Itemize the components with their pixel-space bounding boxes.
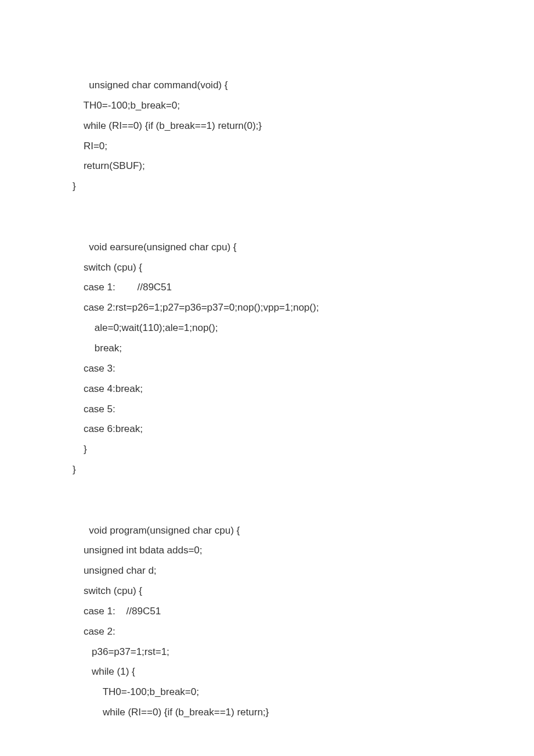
code-content: unsigned char command(void) { TH0=-100;b… bbox=[73, 75, 470, 723]
document-page: unsigned char command(void) { TH0=-100;b… bbox=[0, 0, 534, 756]
